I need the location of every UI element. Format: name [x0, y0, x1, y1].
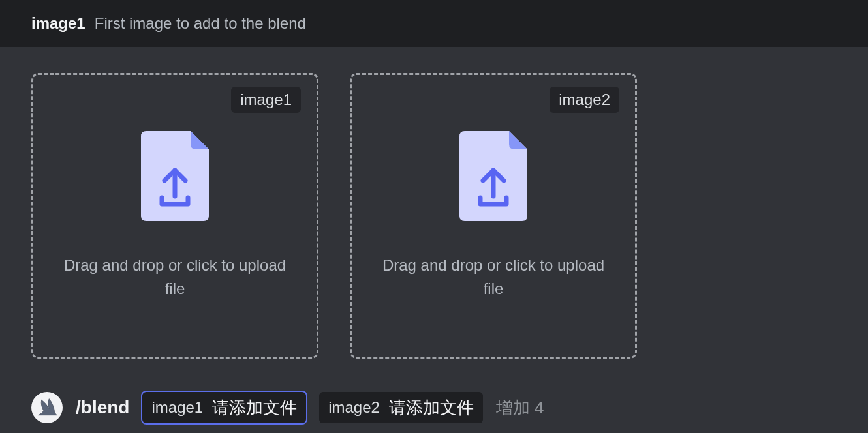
dropzone-row: image1 Drag and drop or click to upload … — [0, 47, 868, 372]
parameter-description: First image to add to the blend — [95, 14, 306, 33]
dropzone-prompt: Drag and drop or click to upload file — [33, 254, 317, 301]
param-pill-image2[interactable]: image2 请添加文件 — [319, 392, 483, 423]
dropzone-prompt: Drag and drop or click to upload file — [352, 254, 635, 301]
parameter-name: image1 — [31, 14, 85, 33]
dropzone-image1[interactable]: image1 Drag and drop or click to upload … — [31, 73, 318, 359]
dropzone-tag: image1 — [231, 87, 301, 113]
param-pill-placeholder: 请添加文件 — [212, 396, 297, 419]
param-pill-placeholder: 请添加文件 — [389, 396, 474, 419]
file-upload-icon — [459, 131, 527, 221]
dropzone-tag: image2 — [550, 87, 619, 113]
command-input-bar[interactable]: /blend image1 请添加文件 image2 请添加文件 增加 4 — [0, 389, 868, 426]
param-pill-name: image1 — [151, 398, 203, 417]
bot-avatar — [31, 392, 63, 423]
command-name: /blend — [76, 397, 129, 418]
parameter-header: image1 First image to add to the blend — [0, 0, 868, 47]
dropzone-image2[interactable]: image2 Drag and drop or click to upload … — [350, 73, 637, 359]
file-upload-icon — [141, 131, 209, 221]
param-pill-name: image2 — [328, 398, 380, 417]
midjourney-logo-icon — [34, 395, 60, 421]
param-pill-image1[interactable]: image1 请添加文件 — [142, 392, 306, 423]
add-more-params[interactable]: 增加 4 — [496, 396, 544, 419]
